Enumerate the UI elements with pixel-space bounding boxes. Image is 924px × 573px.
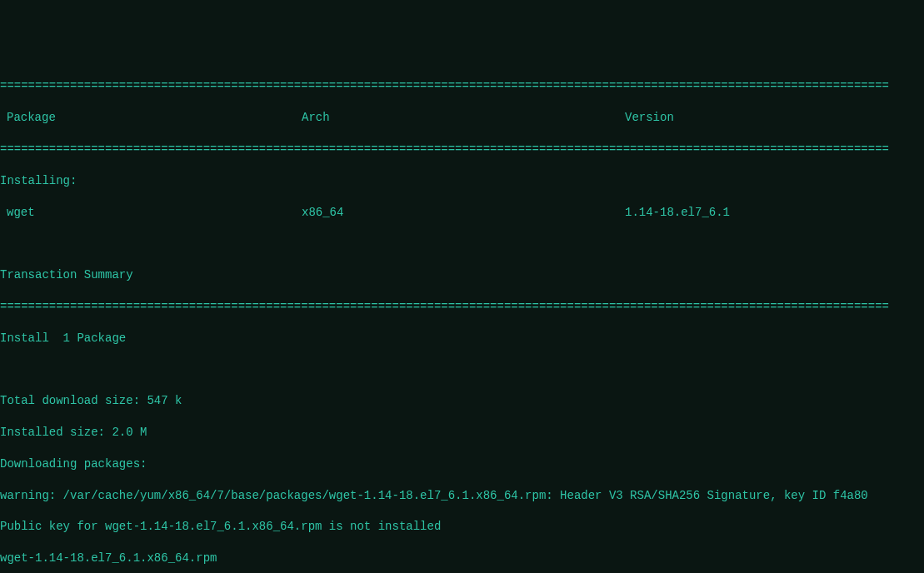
terminal-output: ========================================… [0,63,924,573]
package-arch: x86_64 [302,205,625,221]
package-name: wget [0,205,302,221]
header-arch: Arch [302,110,625,126]
blank-line [0,361,924,377]
download-size: Total download size: 547 k [0,393,924,409]
header-package: Package [0,110,302,126]
downloading-label: Downloading packages: [0,456,924,472]
transaction-summary: Transaction Summary [0,267,924,283]
rpm-name: wget-1.14-18.el7_6.1.x86_64.rpm [0,551,924,566]
warning-line: warning: /var/cache/yum/x86_64/7/base/pa… [0,488,924,504]
blank-line [0,236,924,252]
header-version: Version [625,110,924,126]
table-header-row: PackageArchVersion [0,110,924,126]
install-count: Install 1 Package [0,331,924,346]
separator-line: ========================================… [0,142,924,157]
pubkey-line: Public key for wget-1.14-18.el7_6.1.x86_… [0,519,924,535]
separator-line: ========================================… [0,299,924,315]
installing-label: Installing: [0,173,924,189]
package-version: 1.14-18.el7_6.1 [625,205,924,221]
package-row: wgetx86_641.14-18.el7_6.1 [0,205,924,221]
separator-line: ========================================… [0,78,924,94]
installed-size: Installed size: 2.0 M [0,425,924,441]
